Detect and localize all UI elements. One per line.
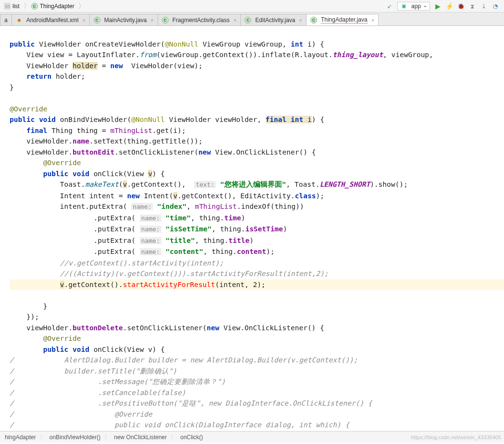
debug-icon[interactable]: 🐞 [457, 2, 465, 10]
tab-fragmentactivity[interactable]: C FragmentActivity.class × [158, 14, 241, 25]
apply-changes-icon[interactable]: ⚡ [445, 2, 453, 10]
tab-thingadapter[interactable]: C ThingAdapter.java × [306, 14, 379, 25]
tab-manifest[interactable]: ◆ AndroidManifest.xml × [12, 14, 90, 25]
run-toolbar: ↙ ▣ app ▶ ⚡ 🐞 ⧗ ⤓ ◔ [386, 2, 502, 11]
folder-icon: ▭ [4, 3, 11, 10]
close-icon[interactable]: × [371, 17, 374, 23]
tab-editactivity[interactable]: C EditActivity.java × [240, 14, 307, 25]
xml-icon: ◆ [16, 17, 23, 24]
profile-icon[interactable]: ⧗ [468, 2, 476, 10]
breadcrumb: ▭ list 〉 C ThingAdapter 〉 [2, 2, 386, 11]
run-icon[interactable]: ▶ [434, 2, 442, 10]
tab-a[interactable]: a [0, 14, 12, 25]
crumb-list[interactable]: ▭ list [2, 2, 24, 11]
sync-icon[interactable]: ↙ [386, 2, 393, 10]
module-icon: ▣ [401, 3, 407, 10]
crumb-label: list [12, 3, 20, 10]
structure-crumb[interactable]: hingAdapter [3, 434, 38, 441]
tab-label: MainActivity.java [104, 17, 147, 24]
structure-crumb[interactable]: onBindViewHolder() [48, 434, 103, 441]
editor-tabs: a ◆ AndroidManifest.xml × C MainActivity… [0, 12, 504, 26]
class-icon: C [31, 3, 38, 10]
tab-label: a [4, 17, 8, 24]
class-icon: C [245, 17, 251, 24]
tab-label: ThingAdapter.java [321, 16, 368, 24]
watermark-text: https://blog.csdn.net/weixin_43336405 [411, 434, 501, 440]
crumb-class[interactable]: C ThingAdapter [29, 2, 78, 11]
close-icon[interactable]: × [82, 17, 85, 23]
tab-label: AndroidManifest.xml [26, 17, 79, 24]
gauge-icon[interactable]: ◔ [492, 2, 499, 10]
code-editor[interactable]: public ViewHolder onCreateViewHolder(@No… [0, 26, 504, 431]
class-icon: C [162, 17, 169, 24]
structure-breadcrumb: hingAdapter 〉 onBindViewHolder() 〉 new O… [0, 431, 504, 443]
chevron-icon: 〉 [40, 433, 46, 441]
tab-label: EditActivity.java [255, 17, 295, 24]
breadcrumb-toolbar: ▭ list 〉 C ThingAdapter 〉 ↙ ▣ app ▶ ⚡ 🐞 … [0, 0, 504, 12]
chevron-icon: 〉 [171, 433, 176, 441]
close-icon[interactable]: × [299, 17, 302, 23]
close-icon[interactable]: × [234, 17, 236, 23]
tab-mainactivity[interactable]: C MainActivity.java × [89, 14, 158, 25]
attach-icon[interactable]: ⤓ [480, 2, 488, 10]
chevron-icon: 〉 [104, 433, 110, 441]
crumb-label: ThingAdapter [40, 3, 74, 10]
run-config-label: app [411, 3, 421, 10]
close-icon[interactable]: × [150, 17, 153, 23]
class-icon: C [94, 17, 100, 24]
chevron-icon: 〉 [78, 2, 85, 11]
class-icon: C [310, 17, 317, 24]
tab-label: FragmentActivity.class [172, 17, 230, 24]
structure-crumb[interactable]: onClick() [178, 434, 205, 441]
run-config-select[interactable]: ▣ app [397, 2, 430, 11]
structure-crumb[interactable]: new OnClickListener [112, 434, 169, 441]
